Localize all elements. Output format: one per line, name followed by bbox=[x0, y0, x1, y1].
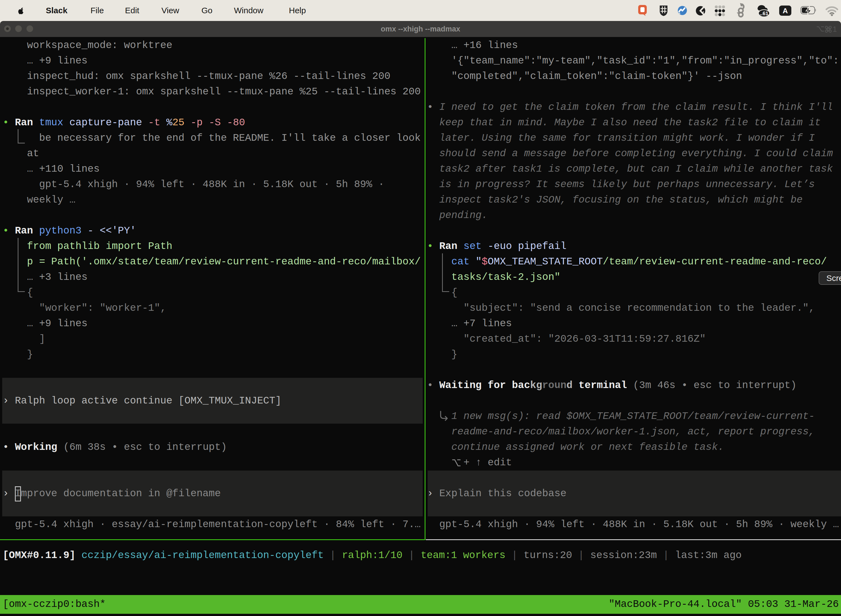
svg-text:..61: ..61 bbox=[760, 10, 768, 16]
svg-text:A: A bbox=[783, 7, 788, 15]
svg-text:1: 1 bbox=[833, 25, 837, 34]
